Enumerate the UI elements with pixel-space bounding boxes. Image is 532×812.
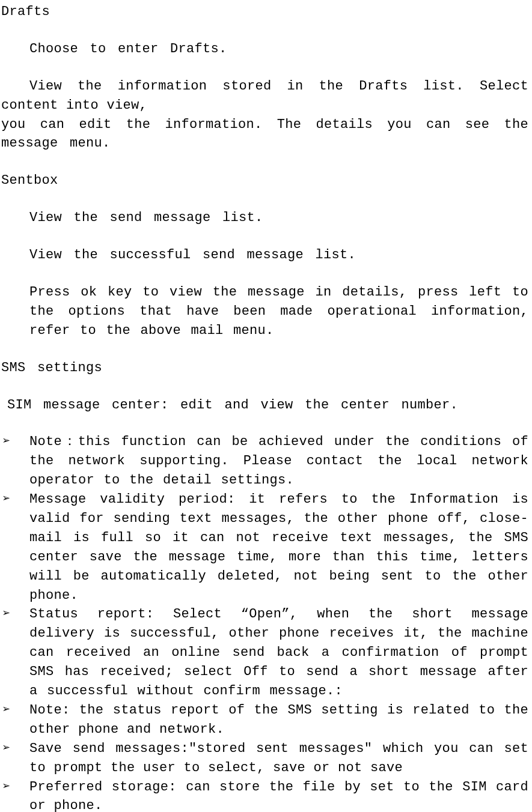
sms-bullet-list: ➢ Note：this function can be achieved und…	[1, 432, 528, 812]
bullet-text: Save send messages:"stored sent messages…	[29, 741, 528, 775]
bullet-text: Note: the status report of the SMS setti…	[29, 703, 528, 737]
chevron-right-icon: ➢	[2, 739, 11, 759]
chevron-right-icon: ➢	[2, 701, 11, 720]
list-item: ➢ Status report: Select “Open”, when the…	[1, 605, 528, 700]
sentbox-paragraph-2: View the successful send message list.	[1, 246, 528, 265]
list-item: ➢ Message validity period: it refers to …	[1, 490, 528, 605]
drafts-paragraph-1: Choose to enter Drafts.	[1, 40, 528, 59]
list-item: ➢ Save send messages:"stored sent messag…	[1, 739, 528, 778]
chevron-right-icon: ➢	[2, 432, 11, 452]
drafts-paragraph-2: View the information stored in the Draft…	[1, 77, 528, 154]
list-item: ➢ Note: the status report of the SMS set…	[1, 701, 528, 739]
drafts-p2-rest: you can edit the information. The detail…	[1, 117, 528, 151]
sentbox-paragraph-1: View the send message list.	[1, 208, 528, 228]
bullet-text: Status report: Select “Open”, when the s…	[29, 607, 528, 698]
sentbox-heading: Sentbox	[1, 171, 528, 190]
bullet-text: Note：this function can be achieved under…	[29, 434, 528, 488]
sms-intro: SIM message center: edit and view the ce…	[1, 396, 528, 415]
chevron-right-icon: ➢	[2, 490, 11, 509]
list-item: ➢ Note：this function can be achieved und…	[1, 432, 528, 490]
sms-settings-heading: SMS settings	[1, 359, 528, 378]
drafts-heading: Drafts	[1, 2, 528, 22]
chevron-right-icon: ➢	[2, 778, 11, 797]
chevron-right-icon: ➢	[2, 605, 11, 624]
bullet-text: Preferred storage: can store the file by…	[29, 780, 528, 813]
sentbox-paragraph-3: Press ok key to view the message in deta…	[1, 283, 528, 341]
drafts-p2-line1: View the information stored in the Draft…	[1, 79, 528, 113]
bullet-text: Message validity period: it refers to th…	[29, 492, 528, 602]
list-item: ➢ Preferred storage: can store the file …	[1, 778, 528, 813]
